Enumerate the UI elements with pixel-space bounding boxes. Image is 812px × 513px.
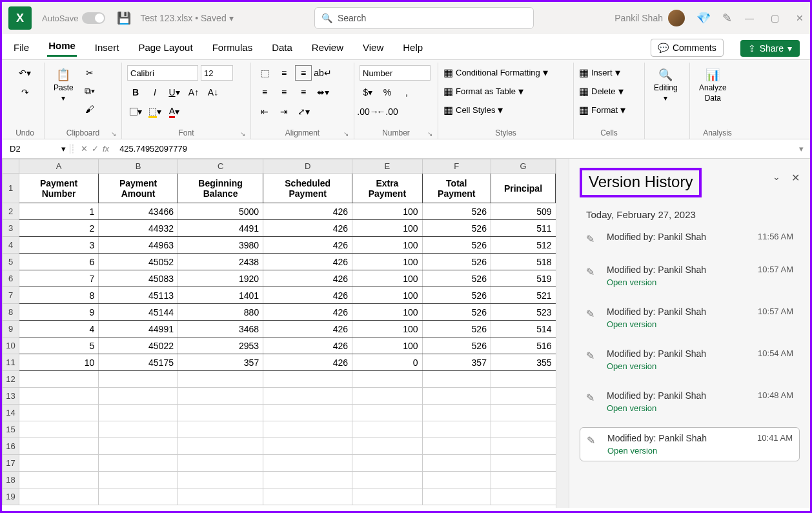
cell[interactable]: 44932 xyxy=(99,220,178,237)
redo-icon[interactable]: ↷ xyxy=(17,85,34,100)
cell[interactable]: 9 xyxy=(19,304,99,321)
cell[interactable] xyxy=(491,455,555,472)
cell[interactable]: 880 xyxy=(178,304,263,321)
cell[interactable]: 426 xyxy=(263,287,352,304)
cell[interactable] xyxy=(178,421,263,438)
cell[interactable]: 45175 xyxy=(99,354,178,371)
align-top-icon[interactable]: ⬚ xyxy=(256,65,273,81)
cell[interactable]: 426 xyxy=(263,321,352,337)
cell[interactable] xyxy=(19,472,99,488)
row-header-16[interactable]: 16 xyxy=(3,438,19,455)
header-cell[interactable]: Payment Amount xyxy=(99,174,178,203)
row-header-13[interactable]: 13 xyxy=(3,388,19,405)
align-middle-icon[interactable]: ≡ xyxy=(276,65,292,81)
cut-icon[interactable]: ✂ xyxy=(81,65,98,81)
decrease-indent-icon[interactable]: ⇤ xyxy=(256,104,273,119)
cell[interactable]: 100 xyxy=(352,203,422,220)
row-header-2[interactable]: 2 xyxy=(3,203,19,220)
cell[interactable]: 2438 xyxy=(178,254,263,270)
cell[interactable] xyxy=(19,455,99,472)
merge-icon[interactable]: ⬌▾ xyxy=(314,85,331,100)
cell[interactable] xyxy=(352,488,422,505)
cell[interactable]: 100 xyxy=(352,321,422,337)
tab-insert[interactable]: Insert xyxy=(94,38,121,57)
version-item[interactable]: ✎ Modified by: Pankil Shah Open version … xyxy=(580,343,800,376)
increase-indent-icon[interactable]: ⇥ xyxy=(276,104,292,119)
header-cell[interactable]: Principal xyxy=(491,174,555,203)
row-header-3[interactable]: 3 xyxy=(3,220,19,237)
cell[interactable]: 0 xyxy=(352,354,422,371)
cell[interactable] xyxy=(99,371,178,388)
expand-formula-bar-icon[interactable]: ▾ xyxy=(799,144,804,154)
header-cell[interactable]: Beginning Balance xyxy=(178,174,263,203)
col-header-E[interactable]: E xyxy=(352,159,422,174)
cell[interactable]: 511 xyxy=(491,220,555,237)
close-pane-icon[interactable]: ✕ xyxy=(791,172,800,184)
col-header-G[interactable]: G xyxy=(491,159,555,174)
cell[interactable] xyxy=(422,371,491,388)
cell[interactable]: 1 xyxy=(19,203,99,220)
align-left-icon[interactable]: ≡ xyxy=(256,85,273,100)
row-header-14[interactable]: 14 xyxy=(3,405,19,421)
cell[interactable]: 2 xyxy=(19,220,99,237)
maximize-icon[interactable]: ▢ xyxy=(771,13,779,23)
cell[interactable]: 516 xyxy=(491,337,555,354)
row-header-17[interactable]: 17 xyxy=(3,455,19,472)
row-header-4[interactable]: 4 xyxy=(3,237,19,254)
tab-page-layout[interactable]: Page Layout xyxy=(137,38,194,57)
row-header-9[interactable]: 9 xyxy=(3,321,19,337)
row-header-12[interactable]: 12 xyxy=(3,371,19,388)
cell[interactable] xyxy=(491,472,555,488)
cell[interactable] xyxy=(99,488,178,505)
cell[interactable]: 526 xyxy=(422,220,491,237)
open-version-link[interactable]: Open version xyxy=(607,361,750,371)
cell[interactable] xyxy=(491,405,555,421)
cell[interactable]: 357 xyxy=(422,354,491,371)
undo-icon[interactable]: ↶▾ xyxy=(17,65,34,81)
cell[interactable]: 100 xyxy=(352,337,422,354)
row-header-5[interactable]: 5 xyxy=(3,254,19,270)
cell[interactable] xyxy=(99,455,178,472)
version-item[interactable]: ✎ Modified by: Pankil Shah Open version … xyxy=(580,385,800,418)
cell[interactable]: 526 xyxy=(422,287,491,304)
diamond-icon[interactable]: 💎 xyxy=(696,11,711,25)
cell[interactable]: 514 xyxy=(491,321,555,337)
cell[interactable]: 100 xyxy=(352,237,422,254)
fill-color-icon[interactable]: ⬚▾ xyxy=(147,104,163,119)
cell[interactable]: 526 xyxy=(422,237,491,254)
cell[interactable] xyxy=(263,371,352,388)
cell[interactable] xyxy=(352,438,422,455)
row-header-6[interactable]: 6 xyxy=(3,270,19,287)
cell[interactable]: 355 xyxy=(491,354,555,371)
cell[interactable]: 426 xyxy=(263,203,352,220)
editing-button[interactable]: 🔍 Editing ▾ xyxy=(650,65,682,105)
row-header-11[interactable]: 11 xyxy=(3,354,19,371)
cell[interactable] xyxy=(263,472,352,488)
version-item[interactable]: ✎ Modified by: Pankil Shah Open version … xyxy=(580,301,800,334)
align-bottom-icon[interactable]: ≡ xyxy=(295,65,312,81)
comma-icon[interactable]: , xyxy=(398,85,415,100)
cell[interactable]: 426 xyxy=(263,354,352,371)
col-header-D[interactable]: D xyxy=(263,159,352,174)
cell[interactable]: 1920 xyxy=(178,270,263,287)
toggle-switch-icon[interactable] xyxy=(82,12,105,24)
cell[interactable]: 7 xyxy=(19,270,99,287)
open-version-link[interactable]: Open version xyxy=(607,319,750,329)
cell[interactable] xyxy=(99,472,178,488)
cell[interactable] xyxy=(422,455,491,472)
percent-icon[interactable]: % xyxy=(379,85,396,100)
cell[interactable] xyxy=(19,421,99,438)
comments-button[interactable]: 💬 Comments xyxy=(651,39,724,57)
cell[interactable]: 100 xyxy=(352,304,422,321)
close-icon[interactable]: ✕ xyxy=(796,13,804,23)
cell[interactable]: 6 xyxy=(19,254,99,270)
cell[interactable]: 512 xyxy=(491,237,555,254)
cell[interactable]: 5000 xyxy=(178,203,263,220)
row-header-7[interactable]: 7 xyxy=(3,287,19,304)
paste-button[interactable]: 📋 Paste ▾ xyxy=(50,65,77,105)
row-header-8[interactable]: 8 xyxy=(3,304,19,321)
cell[interactable]: 10 xyxy=(19,354,99,371)
cell[interactable]: 526 xyxy=(422,203,491,220)
dialog-launcher-icon[interactable]: ↘ xyxy=(343,130,349,137)
conditional-formatting-button[interactable]: ▦ Conditional Formatting ▾ xyxy=(443,66,548,79)
